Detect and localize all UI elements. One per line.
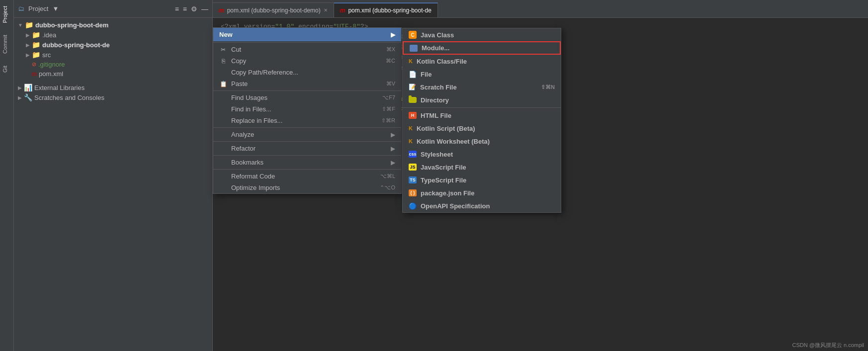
menu-item-copy[interactable]: ⎘ Copy ⌘C (213, 55, 401, 67)
menu-item-reformat[interactable]: Reformat Code ⌥⌘L (213, 171, 401, 182)
submenu-item-label: Java Class (421, 31, 454, 39)
menu-item-label: Find Usages (231, 94, 267, 101)
find-files-shortcut: ⇧⌘F (382, 106, 395, 112)
menu-item-label: Bookmarks (231, 159, 263, 166)
analyze-arrow: ▶ (391, 131, 395, 138)
menu-item-find-usages[interactable]: Find Usages ⌥F7 (213, 92, 401, 103)
menu-item-replace-in-files[interactable]: Replace in Files... ⇧⌘R (213, 115, 401, 126)
submenu-item-label: Kotlin Class/File (417, 58, 467, 65)
submenu-item-javascript[interactable]: JS JavaScript File (403, 161, 561, 174)
submenu-item-label: OpenAPI Specification (421, 202, 490, 210)
menu-item-new[interactable]: New ▶ C Java Class Module... K Kotlin Cl… (213, 28, 401, 41)
copy-shortcut: ⌘C (386, 58, 395, 64)
menu-sep-5 (213, 155, 401, 156)
pkg-icon: { } (409, 189, 417, 196)
panel-header: 🗂 Project ▼ ≡ ≡ ⚙ — (14, 0, 212, 18)
java-class-icon: C (409, 31, 417, 39)
tree-item-dubbo-module[interactable]: ▶ 📁 dubbo-spring-boot-de (14, 40, 212, 50)
folder-icon: 📁 (32, 41, 40, 49)
sidebar-tabs: Project Commit Git (0, 0, 14, 351)
menu-sep-4 (213, 141, 401, 142)
tree-item-label: src (42, 51, 51, 59)
libs-icon: 📊 (24, 84, 32, 91)
tree-item-idea[interactable]: ▶ 📁 .idea (14, 30, 212, 40)
tree-item-src[interactable]: ▶ 📁 src (14, 50, 212, 60)
paste-shortcut: ⌘V (386, 81, 395, 87)
menu-item-find-in-files[interactable]: Find in Files... ⇧⌘F (213, 103, 401, 115)
sidebar-tab-commit[interactable]: Commit (0, 29, 13, 60)
project-panel: 🗂 Project ▼ ≡ ≡ ⚙ — ▼ 📁 dubbo-spring-boo… (14, 0, 213, 351)
scratches-icon: 🔧 (24, 93, 32, 101)
submenu-item-kotlin-script[interactable]: K Kotlin Script (Beta) (403, 122, 561, 135)
menu-item-bookmarks[interactable]: Bookmarks ▶ (213, 157, 401, 168)
menu-item-copy-path[interactable]: Copy Path/Reference... (213, 67, 401, 78)
expand-all-icon[interactable]: ≡ (183, 5, 187, 13)
js-icon: JS (409, 164, 417, 171)
menu-sep-1 (213, 42, 401, 43)
maven-tab-icon: m (219, 7, 224, 14)
tree-item-gitignore[interactable]: ⊘ .gitignore (14, 60, 212, 69)
kotlin-icon: K (409, 58, 413, 64)
collapse-all-icon[interactable]: ≡ (175, 5, 179, 13)
settings-icon[interactable]: ⚙ (191, 5, 197, 13)
panel-title: Project (28, 5, 48, 12)
submenu-item-label: Kotlin Script (Beta) (417, 125, 475, 132)
submenu-item-typescript[interactable]: TS TypeScript File (403, 174, 561, 186)
menu-item-analyze[interactable]: Analyze ▶ (213, 129, 401, 140)
menu-sep-6 (213, 169, 401, 170)
submenu-item-label: Scratch File (420, 84, 457, 91)
module-icon (410, 45, 418, 52)
menu-item-cut[interactable]: ✂ Cut ⌘X (213, 44, 401, 55)
submenu-item-openapi[interactable]: 🔵 OpenAPI Specification (403, 199, 561, 212)
tree-item-label: .gitignore (38, 61, 65, 68)
submenu-item-label: HTML File (421, 112, 451, 119)
submenu-item-label: Stylesheet (421, 151, 453, 158)
tree-item-root[interactable]: ▼ 📁 dubbo-spring-boot-dem (14, 20, 212, 30)
css-icon: css (409, 151, 417, 158)
submenu-item-directory[interactable]: Directory (403, 93, 561, 106)
submenu-item-kotlin-worksheet[interactable]: K Kotlin Worksheet (Beta) (403, 135, 561, 148)
expand-arrow: ▶ (18, 95, 22, 100)
dropdown-arrow[interactable]: ▼ (52, 5, 59, 12)
submenu-item-html[interactable]: H HTML File (403, 109, 561, 122)
kotlin-script-icon: K (409, 125, 413, 131)
cut-icon: ✂ (219, 46, 227, 53)
submenu-item-java-class[interactable]: C Java Class (403, 28, 561, 41)
folder-icon: 📁 (25, 21, 33, 29)
menu-item-optimize[interactable]: Optimize Imports ⌃⌥O (213, 182, 401, 193)
submenu-item-scratch-file[interactable]: 📝 Scratch File ⇧⌘N (403, 81, 561, 93)
tree-item-pom[interactable]: m pom.xml (14, 69, 212, 79)
tree-item-label: dubbo-spring-boot-de (42, 41, 110, 49)
maven-icon: m (32, 71, 37, 78)
file-icon: 📄 (409, 71, 417, 78)
submenu-item-label: File (421, 71, 432, 78)
tab-pom2[interactable]: m pom.xml (dubbo-spring-boot-de (334, 2, 438, 17)
menu-item-paste[interactable]: 📋 Paste ⌘V (213, 78, 401, 89)
menu-item-label: Copy Path/Reference... (231, 69, 298, 76)
copy-icon: ⎘ (219, 58, 227, 65)
expand-arrow: ▶ (18, 85, 22, 90)
submenu-item-kotlin-class[interactable]: K Kotlin Class/File (403, 55, 561, 68)
tab-pom1[interactable]: m pom.xml (dubbo-spring-boot-demo) ✕ (213, 2, 334, 17)
menu-sep-3 (213, 127, 401, 128)
menu-item-label: Find in Files... (231, 105, 271, 113)
minimize-icon[interactable]: — (201, 5, 208, 13)
submenu-item-label: package.json File (421, 189, 474, 197)
submenu-item-package-json[interactable]: { } package.json File (403, 186, 561, 199)
new-label: New (219, 31, 233, 38)
menu-item-refactor[interactable]: Refactor ▶ (213, 143, 401, 154)
submenu-item-module[interactable]: Module... (403, 41, 561, 55)
tree-item-scratches[interactable]: ▶ 🔧 Scratches and Consoles (14, 92, 212, 102)
submenu-sep-1 (403, 107, 561, 108)
tree-item-external-libs[interactable]: ▶ 📊 External Libraries (14, 83, 212, 92)
sidebar-tab-git[interactable]: Git (0, 60, 13, 79)
submenu-item-stylesheet[interactable]: css Stylesheet (403, 148, 561, 161)
optimize-shortcut: ⌃⌥O (380, 184, 395, 191)
folder-icon: 📁 (32, 31, 40, 39)
refactor-arrow: ▶ (391, 145, 395, 152)
sidebar-tab-project[interactable]: Project (0, 0, 13, 29)
menu-item-label: Replace in Files... (231, 117, 282, 124)
tab-close-1[interactable]: ✕ (324, 7, 328, 13)
tab-label: pom.xml (dubbo-spring-boot-demo) (227, 7, 321, 14)
submenu-item-file[interactable]: 📄 File (403, 68, 561, 81)
